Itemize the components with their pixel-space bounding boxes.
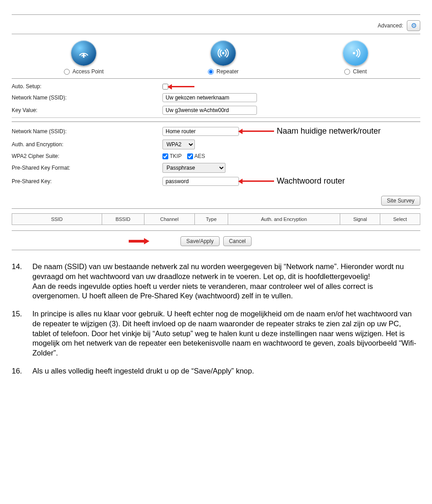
upper-key-input[interactable]	[162, 106, 257, 115]
tkip-text: TKIP	[170, 153, 182, 159]
red-arrow-left-icon	[243, 130, 274, 132]
save-arrow-annotation	[129, 238, 150, 244]
th-type: Type	[195, 214, 228, 225]
upper-section: Auto. Setup: Network Name (SSID): Key Va…	[12, 81, 420, 117]
auto-setup-arrow-annotation	[172, 86, 194, 87]
instruction-15: 15. In principe is alles nu klaar voor g…	[12, 309, 420, 358]
instruction-14: 14. De naam (SSID) van uw bestaande netw…	[12, 262, 420, 301]
mode-repeater: Repeater	[208, 40, 238, 75]
cancel-button[interactable]: Cancel	[223, 236, 252, 246]
aes-checkbox[interactable]	[187, 153, 193, 159]
th-auth: Auth. and Encryption	[228, 214, 340, 225]
upper-ssid-row: Network Name (SSID):	[12, 91, 420, 104]
psk-format-label: Pre-Shared Key Format:	[12, 165, 162, 171]
instructions-block: 14. De naam (SSID) van uw bestaande netw…	[12, 262, 420, 376]
mode-client-input[interactable]	[344, 69, 350, 75]
advanced-row: Advanced: ⚙	[12, 18, 420, 34]
mode-client-radio[interactable]: Client	[344, 68, 367, 75]
upper-key-row: Key Value:	[12, 104, 420, 117]
instr-16-text: Als u alles volledig heeft ingesteld dru…	[32, 366, 420, 376]
svg-point-2	[353, 52, 355, 54]
upper-ssid-label: Network Name (SSID):	[12, 94, 162, 101]
cipher-label: WPA2 Cipher Suite:	[12, 153, 162, 159]
auto-setup-row: Auto. Setup:	[12, 81, 420, 91]
rule-top	[12, 14, 420, 15]
action-buttons-row: Save/Apply Cancel	[12, 231, 420, 250]
annotation-psk-text: Wachtwoord router	[277, 176, 345, 186]
red-arrow-left-icon	[243, 180, 274, 182]
survey-table: SSID BSSID Channel Type Auth. and Encryp…	[12, 213, 420, 225]
th-channel: Channel	[144, 214, 194, 225]
gear-icon: ⚙	[411, 22, 417, 30]
auto-setup-label: Auto. Setup:	[12, 83, 162, 90]
svg-point-1	[222, 52, 225, 54]
psk-format-row: Pre-Shared Key Format: Passphrase	[12, 161, 420, 175]
mode-access-point: Access Point	[64, 40, 104, 75]
annotation-ssid-text: Naam huidige netwerk/router	[277, 126, 381, 136]
auth-label: Auth. and Encryption:	[12, 141, 162, 148]
client-icon	[343, 40, 368, 66]
th-signal: Signal	[340, 214, 380, 225]
mode-client-label: Client	[353, 68, 367, 75]
psk-format-select[interactable]: Passphrase	[162, 163, 225, 173]
lower-ssid-input[interactable]	[162, 127, 239, 136]
mode-repeater-input[interactable]	[208, 69, 214, 75]
th-select: Select	[380, 214, 420, 225]
tkip-checkbox[interactable]	[162, 153, 168, 159]
instruction-16: 16. Als u alles volledig heeft ingesteld…	[12, 366, 420, 376]
auth-row: Auth. and Encryption: WPA2	[12, 138, 420, 151]
section-divider	[12, 117, 420, 118]
lower-ssid-annotation: Naam huidige netwerk/router	[243, 126, 381, 136]
mode-repeater-radio[interactable]: Repeater	[208, 68, 238, 75]
red-arrow-right-icon	[129, 238, 150, 244]
mode-ap-radio[interactable]: Access Point	[64, 68, 104, 75]
lower-ssid-label: Network Name (SSID):	[12, 128, 162, 135]
advanced-label: Advanced:	[378, 22, 403, 29]
psk-input[interactable]	[162, 177, 239, 186]
th-bssid: BSSID	[102, 214, 144, 225]
mode-ap-input[interactable]	[64, 69, 70, 75]
svg-rect-0	[83, 53, 84, 58]
site-survey-button[interactable]: Site Survey	[381, 196, 420, 206]
upper-key-label: Key Value:	[12, 107, 162, 113]
aes-text: AES	[194, 153, 205, 159]
instr-16-num: 16.	[12, 366, 24, 376]
lower-section: Network Name (SSID): Naam huidige netwer…	[12, 125, 420, 188]
psk-row: Pre-Shared Key: Wachtwoord router	[12, 175, 420, 188]
site-survey-row: Site Survey	[12, 188, 420, 209]
instr-14-text: De naam (SSID) van uw bestaande netwerk …	[32, 262, 420, 301]
mode-selector-row: Access Point Repeater Client	[12, 34, 420, 79]
survey-header-row: SSID BSSID Channel Type Auth. and Encryp…	[12, 214, 420, 225]
access-point-icon	[71, 40, 96, 66]
section-divider-2	[12, 122, 420, 122]
instr-15-num: 15.	[12, 309, 24, 358]
advanced-gear-button[interactable]: ⚙	[407, 20, 420, 31]
psk-label: Pre-Shared Key:	[12, 178, 162, 184]
repeater-icon	[211, 40, 236, 66]
cipher-row: WPA2 Cipher Suite: TKIP AES	[12, 151, 420, 161]
mode-client: Client	[343, 40, 368, 75]
lower-ssid-row: Network Name (SSID): Naam huidige netwer…	[12, 125, 420, 138]
red-arrow-left-icon	[172, 86, 194, 87]
mode-repeater-label: Repeater	[216, 68, 238, 75]
save-apply-button[interactable]: Save/Apply	[180, 236, 220, 246]
aes-checkbox-label[interactable]: AES	[187, 153, 205, 159]
tkip-checkbox-label[interactable]: TKIP	[162, 153, 182, 159]
auth-select[interactable]: WPA2	[162, 140, 195, 149]
instr-15-text: In principe is alles nu klaar voor gebru…	[32, 309, 420, 358]
instr-14-num: 14.	[12, 262, 24, 301]
mode-ap-label: Access Point	[72, 68, 104, 75]
upper-ssid-input[interactable]	[162, 93, 257, 102]
psk-annotation: Wachtwoord router	[243, 176, 345, 186]
th-ssid: SSID	[12, 214, 102, 225]
